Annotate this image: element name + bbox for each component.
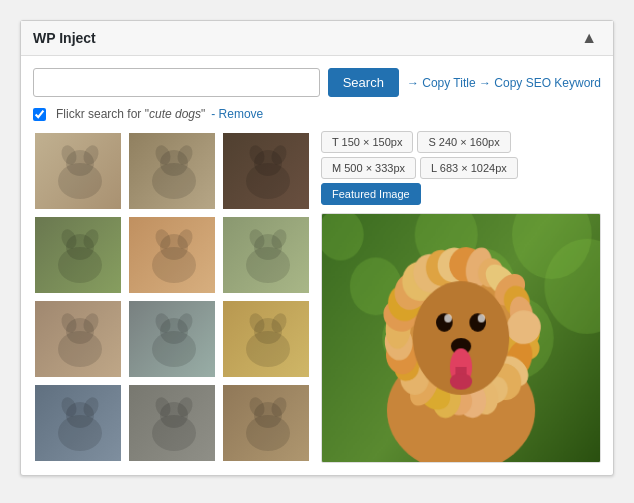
right-panel: T 150 × 150pxS 240 × 160pxM 500 × 333pxL… — [321, 131, 601, 463]
wp-inject-panel: WP Inject ▲ cute dogs Search → Copy Titl… — [20, 20, 614, 476]
flickr-checkbox[interactable] — [33, 108, 46, 121]
size-btn-L[interactable]: L 683 × 1024px — [420, 157, 518, 179]
copy-links: → Copy Title → Copy SEO Keyword — [407, 76, 601, 90]
panel-header: WP Inject ▲ — [21, 21, 613, 56]
preview-image-container — [321, 213, 601, 463]
content-area: T 150 × 150pxS 240 × 160pxM 500 × 333pxL… — [33, 131, 601, 463]
thumbnail-4[interactable] — [33, 215, 123, 295]
flickr-row: Flickr search for "cute dogs" - Remove — [33, 107, 601, 121]
thumbnail-8[interactable] — [127, 299, 217, 379]
panel-title: WP Inject — [33, 30, 96, 46]
search-input[interactable]: cute dogs — [33, 68, 320, 97]
size-buttons: T 150 × 150pxS 240 × 160pxM 500 × 333pxL… — [321, 131, 601, 205]
thumbnail-5[interactable] — [127, 215, 217, 295]
thumbnail-1[interactable] — [33, 131, 123, 211]
size-btn-T[interactable]: T 150 × 150px — [321, 131, 413, 153]
thumbnail-2[interactable] — [127, 131, 217, 211]
search-button[interactable]: Search — [328, 68, 399, 97]
thumbnail-7[interactable] — [33, 299, 123, 379]
preview-image — [322, 214, 600, 462]
thumbnail-3[interactable] — [221, 131, 311, 211]
flickr-label: Flickr search for "cute dogs" — [56, 107, 205, 121]
collapse-button[interactable]: ▲ — [577, 29, 601, 47]
thumbnail-12[interactable] — [221, 383, 311, 463]
flickr-remove-link[interactable]: - Remove — [211, 107, 263, 121]
size-btn-FI[interactable]: Featured Image — [321, 183, 421, 205]
copy-seo-link[interactable]: → Copy SEO Keyword — [479, 76, 601, 90]
thumbnail-9[interactable] — [221, 299, 311, 379]
panel-body: cute dogs Search → Copy Title → Copy SEO… — [21, 56, 613, 475]
search-row: cute dogs Search → Copy Title → Copy SEO… — [33, 68, 601, 97]
size-btn-S[interactable]: S 240 × 160px — [417, 131, 510, 153]
thumbnail-grid — [33, 131, 311, 463]
thumbnail-11[interactable] — [127, 383, 217, 463]
thumbnail-10[interactable] — [33, 383, 123, 463]
thumbnail-6[interactable] — [221, 215, 311, 295]
size-btn-M[interactable]: M 500 × 333px — [321, 157, 416, 179]
copy-title-link[interactable]: → Copy Title — [407, 76, 476, 90]
